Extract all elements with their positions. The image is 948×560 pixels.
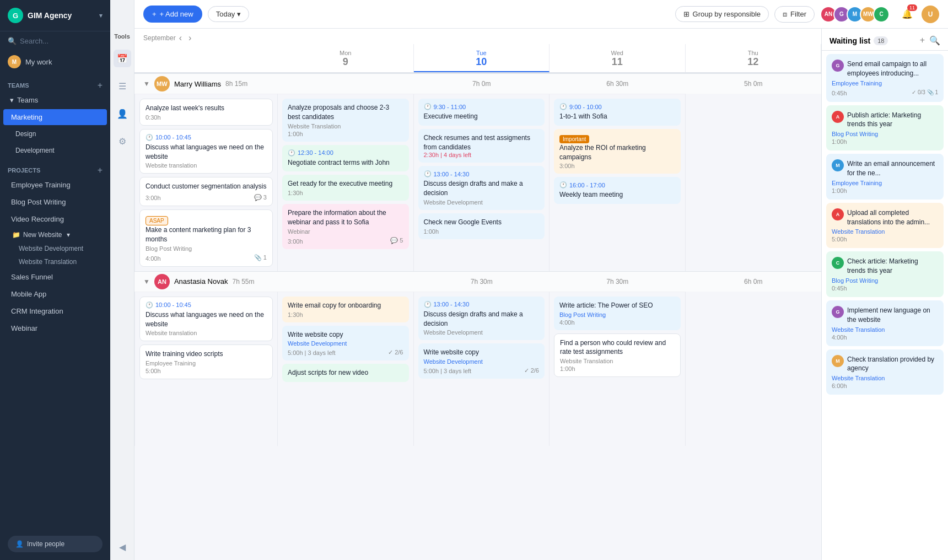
calendar-icon[interactable]: 📅 — [114, 50, 131, 67]
task-card[interactable]: Write website copy Website Development 5… — [418, 343, 545, 379]
task-duration: 4:00h — [559, 319, 675, 326]
task-card[interactable]: Adjust scripts for new video — [282, 364, 409, 382]
brand-chevron[interactable]: ▾ — [99, 12, 103, 19]
sidebar-item-webinar[interactable]: Webinar — [3, 320, 107, 336]
tue-number: 10 — [418, 56, 545, 68]
filter-button[interactable]: ⧈ Filter — [774, 6, 815, 23]
task-card[interactable]: 🕐 13:00 - 14:30 Discuss design drafts an… — [418, 166, 545, 210]
avatar-5[interactable]: C — [873, 6, 890, 23]
sidebar-item-teams-expand[interactable]: ▾ Teams — [3, 92, 107, 108]
wl-item-header: A Publish article: Marketing trends this… — [832, 111, 938, 130]
collapse-marry-button[interactable]: ▼ — [143, 80, 150, 88]
wl-item[interactable]: A Publish article: Marketing trends this… — [826, 105, 944, 151]
task-card[interactable]: Conduct customer segmentation analysis 3… — [139, 177, 273, 206]
task-card[interactable]: Get ready for the executive meeting 1:30… — [282, 175, 409, 201]
marry-avatar: MW — [154, 76, 170, 91]
settings-icon[interactable]: ⚙ — [114, 132, 131, 150]
calendar-header-sticky: September ‹ › Mon 9 Tue 10 Wed — [134, 29, 821, 73]
sidebar-item-new-website[interactable]: 📁 New Website ▾ — [0, 228, 110, 242]
task-card[interactable]: Write training video scripts Employee Tr… — [139, 344, 273, 379]
month-label: September — [143, 34, 176, 42]
sidebar-item-website-translation[interactable]: Website Translation — [0, 255, 110, 268]
task-card[interactable]: Find a person who could review and rate … — [554, 333, 681, 378]
tools-icon[interactable]: Tools — [114, 33, 130, 40]
task-card[interactable]: 🕐 16:00 - 17:00 Weekly team meeting — [554, 177, 681, 204]
wl-item[interactable]: G Implement new language on the website … — [826, 300, 944, 346]
add-waiting-item-button[interactable]: + — [920, 35, 925, 46]
task-card[interactable]: 🕐 9:30 - 11:00 Executive meeting — [418, 99, 545, 126]
task-time: 🕐 13:00 - 14:30 — [424, 301, 540, 308]
task-footer: 4:00h 📎 1 — [146, 254, 267, 262]
avatar-group: AN G M MW C — [820, 6, 890, 23]
search-waiting-button[interactable]: 🔍 — [929, 35, 940, 46]
task-subtitle: Website Development — [288, 340, 403, 347]
wl-item[interactable]: G Send email campaign to all employees i… — [826, 54, 944, 102]
task-duration: 1:00h — [288, 131, 403, 137]
notifications-button[interactable]: 🔔 11 — [898, 6, 916, 23]
task-card[interactable]: Write email copy for onboarding 1:30h — [282, 297, 409, 322]
sidebar-item-design[interactable]: Design — [3, 126, 107, 142]
wl-item[interactable]: A Upload all completed translations into… — [826, 203, 944, 249]
sidebar-item-development[interactable]: Development — [3, 143, 107, 158]
group-by-button[interactable]: ⊞ Group by responsible — [675, 6, 769, 22]
wl-item-project: Website Translation — [832, 228, 938, 235]
sidebar-item-website-development[interactable]: Website Development — [0, 242, 110, 255]
task-card[interactable]: Analyze proposals and choose 2-3 best ca… — [282, 99, 409, 142]
sidebar-item-marketing[interactable]: Marketing — [3, 109, 107, 125]
teams-add[interactable]: + — [98, 80, 103, 90]
task-card[interactable]: ASAP Make a content marketing plan for 3… — [139, 209, 273, 267]
person-icon[interactable]: 👤 — [114, 105, 131, 122]
projects-add[interactable]: + — [98, 165, 103, 175]
invite-label: Invite people — [27, 540, 64, 548]
task-footer: 5:00h | 3 days left ✓ 2/6 — [424, 367, 540, 374]
collapse-nav-button[interactable]: ◀ — [114, 542, 131, 560]
sidebar-item-blog-post[interactable]: Blog Post Writing — [3, 194, 107, 210]
task-card[interactable]: 🕐 10:00 - 10:45 Discuss what languages w… — [139, 129, 273, 174]
task-card[interactable]: 🕐 12:30 - 14:00 Negotiate contract terms… — [282, 145, 409, 172]
wl-item-content: Publish article: Marketing trends this y… — [847, 111, 938, 130]
task-card[interactable]: Write website copy Website Development 5… — [282, 326, 409, 361]
today-button[interactable]: Today ▾ — [208, 6, 250, 22]
wl-item[interactable]: M Check translation provided by agency W… — [826, 349, 944, 395]
task-card[interactable]: Analyze last week's results 0:30h — [139, 99, 273, 126]
wl-item[interactable]: C Check article: Marketing trends this y… — [826, 251, 944, 297]
sidebar-item-employee-training[interactable]: Employee Training — [3, 177, 107, 193]
sidebar-item-crm-integration[interactable]: CRM Integration — [3, 303, 107, 319]
prev-week-button[interactable]: ‹ — [176, 32, 185, 44]
task-card[interactable]: 🕐 10:00 - 10:45 Discuss what languages w… — [139, 297, 273, 342]
task-card[interactable]: Prepare the information about the webina… — [282, 204, 409, 249]
search-placeholder: Search... — [20, 37, 49, 45]
invite-people-button[interactable]: 👤 Invite people — [8, 536, 103, 552]
wl-item-content: Check article: Marketing trends this yea… — [847, 257, 938, 276]
task-subtitle: Website translation — [146, 162, 267, 169]
task-card[interactable]: Important Analyze the ROI of marketing c… — [554, 129, 681, 174]
task-card[interactable]: Write article: The Power of SEO Blog Pos… — [554, 297, 681, 330]
collapse-anastasia-button[interactable]: ▼ — [143, 278, 150, 286]
sidebar-item-sales-funnel[interactable]: Sales Funnel — [3, 269, 107, 285]
task-card[interactable]: 🕐 9:00 - 10:00 1-to-1 with Sofia — [554, 99, 681, 126]
task-subtitle: Website Development — [424, 199, 540, 206]
notifications-badge: 11 — [907, 4, 917, 11]
task-card[interactable]: Check new Google Events 1:00h — [418, 213, 545, 239]
list-icon[interactable]: ☰ — [114, 77, 131, 95]
sidebar-item-mobile-app[interactable]: Mobile App — [3, 286, 107, 302]
wl-item-title: Check translation provided by agency — [847, 355, 938, 374]
search-area[interactable]: 🔍 Search... — [0, 31, 110, 51]
wl-item-header: C Check article: Marketing trends this y… — [832, 257, 938, 276]
today-label: Today — [216, 10, 235, 18]
folder-chevron: ▾ — [67, 231, 70, 239]
anastasia-wed-cell: 🕐 13:00 - 14:30 Discuss design drafts an… — [414, 292, 550, 446]
wl-item-title: Check article: Marketing trends this yea… — [847, 257, 938, 276]
sidebar-item-video-recording[interactable]: Video Recording — [3, 211, 107, 227]
task-card[interactable]: 🕐 13:00 - 14:30 Discuss design drafts an… — [418, 297, 545, 341]
user-avatar[interactable]: U — [922, 6, 939, 23]
task-duration: 3:00h — [288, 238, 303, 245]
brand[interactable]: G GIM Agency ▾ — [0, 0, 110, 31]
next-week-button[interactable]: › — [185, 32, 195, 44]
my-work-item[interactable]: M My work — [0, 51, 110, 73]
add-new-button[interactable]: + + Add new — [143, 6, 202, 23]
wl-item[interactable]: M Write an email announcement for the ne… — [826, 154, 944, 200]
task-card[interactable]: Check resumes and test assigments from c… — [418, 129, 545, 163]
wl-item-check: ✓ 0/3 📎 1 — [912, 89, 938, 95]
person-group-anastasia: ▼ AN Anastasia Novak 7h 55m 7h 30m 7h 30… — [134, 271, 821, 446]
